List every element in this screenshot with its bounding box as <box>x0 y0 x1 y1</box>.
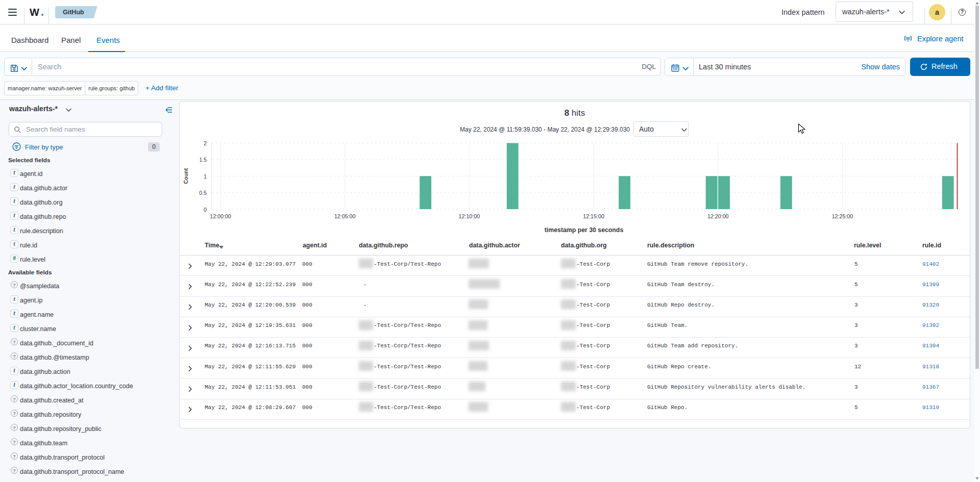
svg-text:12:10:00: 12:10:00 <box>459 213 480 219</box>
svg-text:0: 0 <box>204 207 207 213</box>
svg-text:12:20:00: 12:20:00 <box>707 213 729 219</box>
svg-text:Count: Count <box>183 168 189 184</box>
svg-text:12:25:00: 12:25:00 <box>832 213 853 219</box>
svg-text:1: 1 <box>204 173 207 180</box>
svg-text:12:05:00: 12:05:00 <box>334 213 356 219</box>
svg-text:0.5: 0.5 <box>199 190 207 196</box>
svg-text:12:15:00: 12:15:00 <box>583 213 604 219</box>
svg-text:12:00:00: 12:00:00 <box>210 213 231 219</box>
svg-text:1.5: 1.5 <box>199 157 207 163</box>
svg-text:2: 2 <box>204 140 207 146</box>
